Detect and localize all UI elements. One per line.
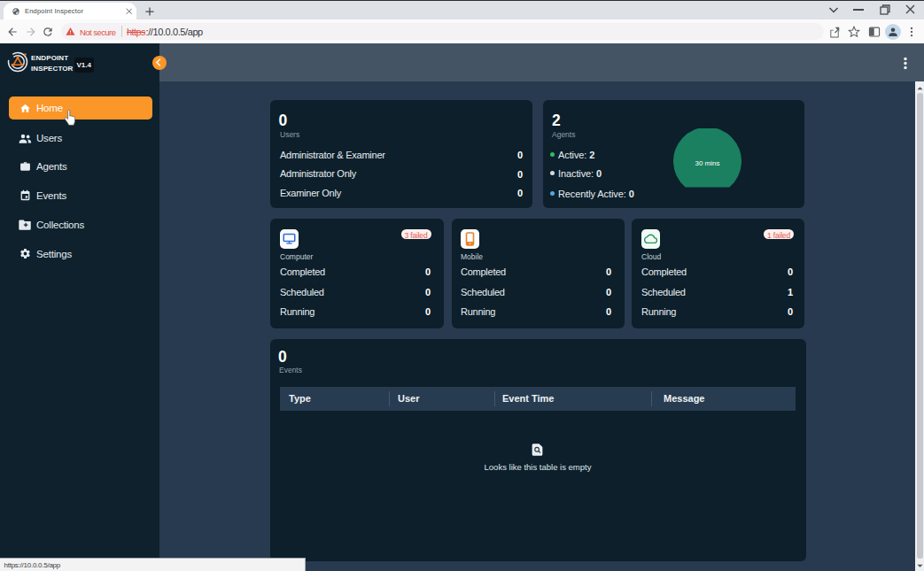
svg-text:30 mins: 30 mins bbox=[695, 159, 719, 167]
